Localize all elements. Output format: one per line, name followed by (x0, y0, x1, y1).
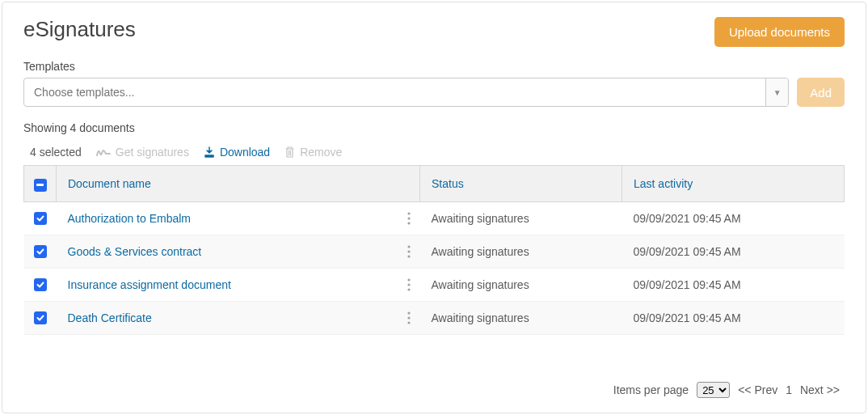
activity-cell: 09/09/2021 09:45 AM (622, 201, 845, 235)
row-actions-menu[interactable] (407, 311, 417, 324)
download-label: Download (220, 146, 270, 159)
table-row: Goods & Services contractAwaiting signat… (24, 235, 845, 268)
pagination-footer: Items per page 25 << Prev 1 Next >> (613, 382, 840, 398)
status-cell: Awaiting signatures (420, 201, 622, 235)
svg-point-5 (407, 255, 410, 257)
table-row: Insurance assignment documentAwaiting si… (24, 268, 845, 301)
row-actions-menu[interactable] (407, 278, 417, 291)
page-title: eSignatures (23, 17, 136, 42)
document-name-link[interactable]: Insurance assignment document (68, 278, 231, 291)
items-per-page-label: Items per page (613, 383, 689, 396)
row-checkbox[interactable] (34, 245, 47, 258)
next-page-link[interactable]: Next >> (800, 383, 840, 396)
svg-point-4 (407, 250, 410, 252)
status-cell: Awaiting signatures (420, 268, 622, 301)
check-icon (36, 214, 44, 222)
dropdown-caret-icon[interactable]: ▼ (765, 78, 788, 106)
document-name-link[interactable]: Goods & Services contract (68, 245, 202, 258)
svg-point-2 (407, 222, 410, 224)
row-checkbox[interactable] (34, 278, 47, 291)
activity-cell: 09/09/2021 09:45 AM (622, 235, 845, 268)
svg-point-0 (407, 212, 410, 214)
svg-point-6 (407, 278, 410, 281)
remove-action: Remove (284, 146, 342, 159)
get-signatures-action: Get signatures (96, 146, 189, 159)
templates-select-input[interactable] (24, 78, 765, 106)
check-icon (36, 281, 44, 289)
indeterminate-icon (36, 184, 44, 186)
svg-point-9 (407, 311, 410, 314)
table-row: Death CertificateAwaiting signatures09/0… (24, 301, 845, 334)
download-action[interactable]: Download (204, 146, 270, 159)
templates-select[interactable]: ▼ (23, 78, 789, 107)
document-name-link[interactable]: Death Certificate (68, 311, 152, 324)
remove-label: Remove (300, 146, 342, 159)
svg-point-1 (407, 217, 410, 219)
signature-icon (96, 146, 111, 158)
document-name-link[interactable]: Authorization to Embalm (68, 212, 192, 225)
items-per-page-select[interactable]: 25 (697, 382, 730, 398)
status-cell: Awaiting signatures (420, 235, 622, 268)
table-row: Authorization to EmbalmAwaiting signatur… (24, 201, 845, 235)
svg-point-8 (407, 288, 410, 290)
column-header-activity[interactable]: Last activity (622, 166, 845, 202)
column-header-name[interactable]: Document name (57, 166, 420, 202)
kebab-icon (407, 311, 411, 324)
documents-table: Document name Status Last activity Autho… (23, 165, 845, 335)
svg-point-3 (407, 245, 410, 248)
kebab-icon (407, 278, 411, 291)
select-all-checkbox[interactable] (34, 179, 47, 192)
row-checkbox[interactable] (34, 311, 47, 324)
svg-point-11 (407, 321, 410, 324)
status-cell: Awaiting signatures (420, 301, 622, 334)
row-actions-menu[interactable] (407, 245, 417, 258)
add-template-button[interactable]: Add (797, 78, 845, 107)
showing-count: Showing 4 documents (23, 121, 845, 134)
check-icon (36, 314, 44, 322)
row-actions-menu[interactable] (407, 212, 417, 225)
prev-page-link[interactable]: << Prev (738, 383, 777, 396)
activity-cell: 09/09/2021 09:45 AM (622, 301, 845, 334)
current-page: 1 (786, 383, 792, 396)
templates-label: Templates (23, 60, 845, 73)
check-icon (36, 248, 44, 256)
activity-cell: 09/09/2021 09:45 AM (622, 268, 845, 301)
selected-count: 4 selected (30, 146, 82, 159)
upload-documents-button[interactable]: Upload documents (714, 17, 845, 47)
get-signatures-label: Get signatures (116, 146, 189, 159)
column-header-status[interactable]: Status (420, 166, 622, 202)
svg-point-7 (407, 283, 410, 286)
row-checkbox[interactable] (34, 212, 47, 225)
trash-icon (284, 146, 295, 158)
bulk-toolbar: 4 selected Get signatures Download Remov… (23, 146, 845, 165)
esignatures-panel: eSignatures Upload documents Templates ▼… (2, 2, 866, 413)
download-icon (204, 146, 215, 158)
kebab-icon (407, 212, 411, 225)
svg-point-10 (407, 316, 410, 319)
kebab-icon (407, 245, 411, 258)
